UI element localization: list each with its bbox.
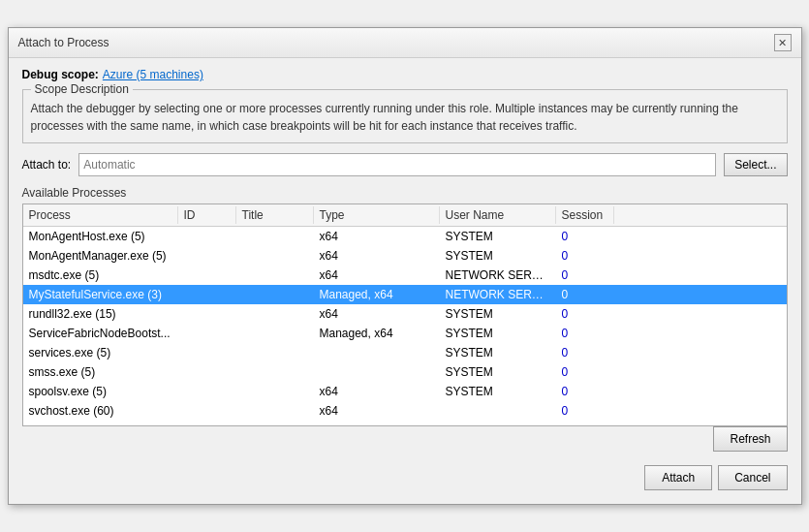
cell-title bbox=[236, 325, 314, 342]
cell-type: x64 bbox=[314, 305, 440, 323]
cell-process: MonAgentHost.exe (5) bbox=[23, 228, 178, 245]
cell-session: 0 bbox=[556, 402, 614, 420]
col-id: ID bbox=[178, 206, 236, 224]
col-title: Title bbox=[236, 206, 314, 224]
cell-username: NETWORK SERVICE bbox=[440, 286, 556, 303]
col-type: Type bbox=[314, 206, 440, 224]
table-row[interactable]: rundll32.exe (15) x64 SYSTEM 0 bbox=[23, 304, 787, 324]
cell-title bbox=[236, 286, 314, 303]
cell-process: MonAgentManager.exe (5) bbox=[23, 247, 178, 265]
cell-process: VSSVC.exe (5) bbox=[23, 422, 178, 425]
scope-description-text: Attach the debugger by selecting one or … bbox=[31, 100, 779, 135]
col-session: Session bbox=[556, 206, 614, 224]
cell-session: 0 bbox=[556, 247, 614, 265]
cell-session: 0 bbox=[556, 325, 614, 342]
cell-id bbox=[178, 402, 236, 420]
cell-id bbox=[178, 344, 236, 361]
table-row[interactable]: spoolsv.exe (5) x64 SYSTEM 0 bbox=[23, 382, 787, 401]
cell-type: x64 bbox=[314, 422, 440, 425]
cell-title bbox=[236, 402, 314, 420]
debug-scope-row: Debug scope: Azure (5 machines) bbox=[22, 68, 788, 81]
cell-username: SYSTEM bbox=[440, 383, 556, 400]
attach-to-input[interactable] bbox=[78, 153, 716, 176]
table-row[interactable]: smss.exe (5) SYSTEM 0 bbox=[23, 362, 787, 382]
cell-session: 0 bbox=[556, 305, 614, 323]
dialog-content: Debug scope: Azure (5 machines) Scope De… bbox=[9, 58, 801, 504]
cell-process: services.exe (5) bbox=[23, 344, 178, 361]
cell-type: x64 bbox=[314, 228, 440, 245]
debug-scope-value[interactable]: Azure (5 machines) bbox=[103, 68, 203, 81]
table-row[interactable]: ServiceFabricNodeBootst... Managed, x64 … bbox=[23, 324, 787, 343]
table-row[interactable]: svchost.exe (60) x64 0 bbox=[23, 401, 787, 421]
attach-to-process-dialog: Attach to Process ✕ Debug scope: Azure (… bbox=[8, 27, 802, 505]
cell-title bbox=[236, 247, 314, 265]
cell-type: x64 bbox=[314, 266, 440, 284]
cell-id bbox=[178, 286, 236, 303]
cell-title bbox=[236, 422, 314, 425]
cell-session: 0 bbox=[556, 286, 614, 303]
attach-button[interactable]: Attach bbox=[644, 465, 712, 490]
cell-type bbox=[314, 344, 440, 361]
available-processes-label: Available Processes bbox=[22, 186, 788, 200]
cell-id bbox=[178, 247, 236, 265]
attach-to-row: Attach to: Select... bbox=[22, 153, 788, 176]
cell-process: ServiceFabricNodeBootst... bbox=[23, 325, 178, 342]
cell-session: 0 bbox=[556, 422, 614, 425]
cell-username: SYSTEM bbox=[440, 344, 556, 361]
cell-process: MyStatefulService.exe (3) bbox=[23, 286, 178, 303]
process-table-header: Process ID Title Type User Name Session bbox=[23, 204, 787, 227]
cell-session: 0 bbox=[556, 383, 614, 400]
cell-process: svchost.exe (60) bbox=[23, 402, 178, 420]
cell-id bbox=[178, 266, 236, 284]
cell-username: SYSTEM bbox=[440, 305, 556, 323]
table-row[interactable]: MonAgentManager.exe (5) x64 SYSTEM 0 bbox=[23, 246, 787, 266]
cell-username: SYSTEM bbox=[440, 325, 556, 342]
cell-session: 0 bbox=[556, 344, 614, 361]
cell-username: SYSTEM bbox=[440, 363, 556, 381]
cell-type: Managed, x64 bbox=[314, 286, 440, 303]
title-bar: Attach to Process ✕ bbox=[9, 28, 801, 58]
close-button[interactable]: ✕ bbox=[774, 34, 792, 51]
cell-type: x64 bbox=[314, 383, 440, 400]
scope-description-group: Scope Description Attach the debugger by… bbox=[22, 89, 788, 143]
cell-type: x64 bbox=[314, 402, 440, 420]
cell-process: smss.exe (5) bbox=[23, 363, 178, 381]
cell-process: spoolsv.exe (5) bbox=[23, 383, 178, 400]
table-row[interactable]: services.exe (5) SYSTEM 0 bbox=[23, 343, 787, 362]
cell-title bbox=[236, 228, 314, 245]
col-process: Process bbox=[23, 206, 178, 224]
refresh-row: Refresh bbox=[22, 426, 788, 452]
table-row[interactable]: msdtc.exe (5) x64 NETWORK SERVICE 0 bbox=[23, 266, 787, 285]
cell-username: SYSTEM bbox=[440, 422, 556, 425]
process-table: Process ID Title Type User Name Session … bbox=[22, 203, 788, 426]
cell-username bbox=[440, 402, 556, 420]
cell-session: 0 bbox=[556, 228, 614, 245]
select-button[interactable]: Select... bbox=[724, 153, 787, 176]
cell-id bbox=[178, 422, 236, 425]
cell-session: 0 bbox=[556, 363, 614, 381]
cell-title bbox=[236, 363, 314, 381]
cell-title bbox=[236, 383, 314, 400]
cell-id bbox=[178, 305, 236, 323]
process-table-body[interactable]: MonAgentHost.exe (5) x64 SYSTEM 0 MonAge… bbox=[23, 227, 787, 425]
attach-to-label: Attach to: bbox=[22, 158, 72, 172]
refresh-button[interactable]: Refresh bbox=[713, 426, 787, 452]
cell-type: x64 bbox=[314, 247, 440, 265]
cell-id bbox=[178, 325, 236, 342]
cell-title bbox=[236, 305, 314, 323]
col-username: User Name bbox=[440, 206, 556, 224]
cell-process: rundll32.exe (15) bbox=[23, 305, 178, 323]
cell-type bbox=[314, 363, 440, 381]
table-row[interactable]: VSSVC.exe (5) x64 SYSTEM 0 bbox=[23, 421, 787, 425]
cell-type: Managed, x64 bbox=[314, 325, 440, 342]
cell-username: NETWORK SERVICE bbox=[440, 266, 556, 284]
cell-process: msdtc.exe (5) bbox=[23, 266, 178, 284]
cell-session: 0 bbox=[556, 266, 614, 284]
cell-id bbox=[178, 228, 236, 245]
table-row[interactable]: MonAgentHost.exe (5) x64 SYSTEM 0 bbox=[23, 227, 787, 246]
table-row[interactable]: MyStatefulService.exe (3) Managed, x64 N… bbox=[23, 285, 787, 304]
cancel-button[interactable]: Cancel bbox=[718, 465, 787, 490]
dialog-title: Attach to Process bbox=[18, 36, 109, 49]
cell-id bbox=[178, 363, 236, 381]
cell-username: SYSTEM bbox=[440, 247, 556, 265]
